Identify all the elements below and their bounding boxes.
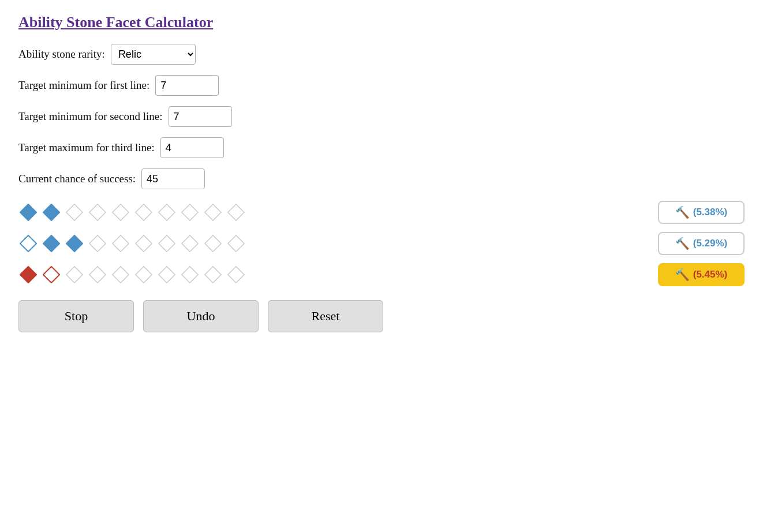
svg-rect-28 bbox=[205, 267, 221, 283]
second-line-input[interactable] bbox=[169, 106, 232, 127]
svg-rect-16 bbox=[159, 235, 175, 252]
hammer-icon: 🔨 bbox=[675, 205, 690, 219]
diamond bbox=[42, 265, 61, 284]
svg-rect-25 bbox=[136, 267, 152, 283]
success-chance-label: Current chance of success: bbox=[18, 173, 136, 185]
row-action-button-1[interactable]: 🔨(5.29%) bbox=[658, 232, 745, 255]
diamond bbox=[88, 234, 107, 253]
svg-rect-15 bbox=[136, 235, 152, 252]
svg-rect-18 bbox=[205, 235, 221, 252]
svg-rect-21 bbox=[43, 267, 59, 283]
row-action-button-2[interactable]: 🔨(5.45%) bbox=[658, 263, 745, 286]
diamond bbox=[42, 234, 61, 253]
diamond bbox=[180, 203, 200, 222]
hammer-icon: 🔨 bbox=[675, 268, 690, 282]
svg-rect-4 bbox=[113, 204, 129, 220]
diamond bbox=[42, 203, 61, 222]
svg-rect-5 bbox=[136, 204, 152, 220]
diamond-row: 🔨(5.29%) bbox=[18, 232, 745, 255]
svg-rect-26 bbox=[159, 267, 175, 283]
rarity-row: Ability stone rarity: CommonUncommonRare… bbox=[18, 44, 745, 65]
second-line-row: Target minimum for second line: bbox=[18, 106, 745, 127]
svg-rect-14 bbox=[113, 235, 129, 252]
diamond bbox=[65, 234, 84, 253]
diamond bbox=[203, 234, 223, 253]
diamond bbox=[226, 203, 246, 222]
diamond-section: 🔨(5.38%) 🔨(5.29%) bbox=[18, 201, 745, 286]
svg-rect-23 bbox=[89, 267, 106, 283]
rarity-label: Ability stone rarity: bbox=[18, 48, 105, 61]
action-buttons: Stop Undo Reset bbox=[18, 300, 745, 332]
diamond-row: 🔨(5.38%) bbox=[18, 201, 745, 224]
diamond bbox=[18, 234, 38, 253]
diamond bbox=[203, 265, 223, 284]
svg-rect-9 bbox=[228, 204, 244, 220]
success-chance-input[interactable] bbox=[141, 168, 205, 189]
hammer-icon: 🔨 bbox=[675, 237, 690, 250]
svg-rect-29 bbox=[228, 267, 244, 283]
page-title[interactable]: Ability Stone Facet Calculator bbox=[18, 14, 745, 31]
svg-rect-11 bbox=[43, 235, 59, 252]
undo-button[interactable]: Undo bbox=[143, 300, 259, 332]
svg-rect-10 bbox=[20, 235, 36, 252]
diamond bbox=[226, 234, 246, 253]
third-line-input[interactable] bbox=[160, 137, 224, 158]
probability-text: (5.29%) bbox=[693, 238, 728, 249]
third-line-label: Target maximum for third line: bbox=[18, 141, 155, 154]
diamond bbox=[226, 265, 246, 284]
diamond bbox=[203, 203, 223, 222]
success-chance-row: Current chance of success: bbox=[18, 168, 745, 189]
diamond bbox=[157, 203, 177, 222]
diamond bbox=[65, 265, 84, 284]
third-line-row: Target maximum for third line: bbox=[18, 137, 745, 158]
row-action-button-0[interactable]: 🔨(5.38%) bbox=[658, 201, 745, 224]
first-line-row: Target minimum for first line: bbox=[18, 75, 745, 96]
svg-rect-17 bbox=[182, 235, 198, 252]
svg-rect-19 bbox=[228, 235, 244, 252]
svg-rect-2 bbox=[66, 204, 83, 220]
stop-button[interactable]: Stop bbox=[18, 300, 134, 332]
diamond bbox=[18, 265, 38, 284]
diamond bbox=[111, 234, 130, 253]
diamond bbox=[157, 265, 177, 284]
diamond bbox=[111, 203, 130, 222]
diamond bbox=[134, 265, 154, 284]
svg-rect-7 bbox=[182, 204, 198, 220]
diamond bbox=[88, 203, 107, 222]
rarity-select[interactable]: CommonUncommonRareEpicLegendaryRelic bbox=[111, 44, 196, 65]
first-line-label: Target minimum for first line: bbox=[18, 79, 149, 92]
diamond bbox=[134, 203, 154, 222]
svg-rect-12 bbox=[66, 235, 83, 252]
svg-rect-20 bbox=[20, 267, 36, 283]
diamond bbox=[180, 265, 200, 284]
diamond-row: 🔨(5.45%) bbox=[18, 263, 745, 286]
diamond bbox=[65, 203, 84, 222]
svg-rect-27 bbox=[182, 267, 198, 283]
diamond bbox=[157, 234, 177, 253]
svg-rect-8 bbox=[205, 204, 221, 220]
svg-rect-0 bbox=[20, 204, 36, 220]
probability-text: (5.45%) bbox=[693, 269, 728, 280]
diamond bbox=[180, 234, 200, 253]
svg-rect-1 bbox=[43, 204, 59, 220]
svg-rect-3 bbox=[89, 204, 106, 220]
second-line-label: Target minimum for second line: bbox=[18, 110, 163, 123]
svg-rect-6 bbox=[159, 204, 175, 220]
svg-rect-22 bbox=[66, 267, 83, 283]
svg-rect-13 bbox=[89, 235, 106, 252]
diamond bbox=[134, 234, 154, 253]
svg-rect-24 bbox=[113, 267, 129, 283]
diamond bbox=[88, 265, 107, 284]
diamond bbox=[111, 265, 130, 284]
reset-button[interactable]: Reset bbox=[268, 300, 383, 332]
diamond bbox=[18, 203, 38, 222]
first-line-input[interactable] bbox=[155, 75, 219, 96]
probability-text: (5.38%) bbox=[693, 207, 728, 218]
